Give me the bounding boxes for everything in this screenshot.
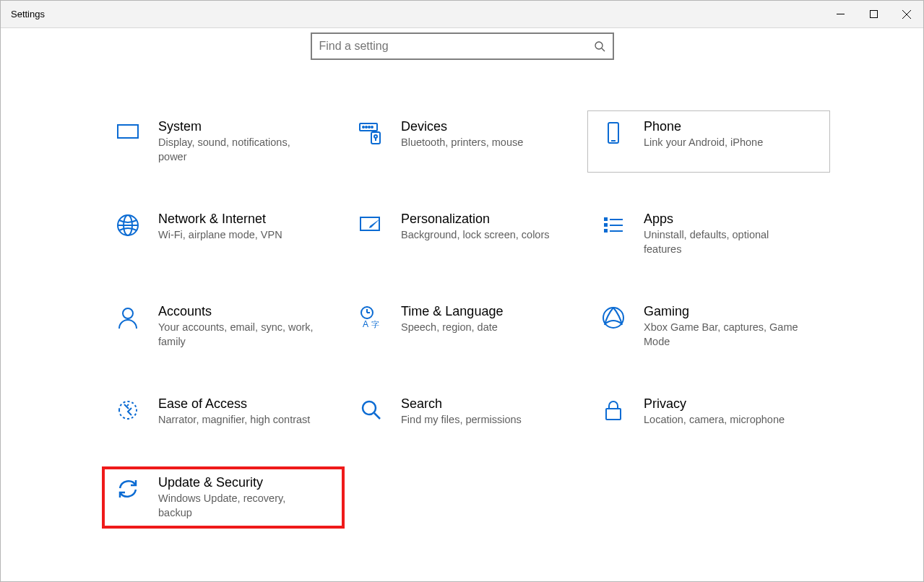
svg-point-28	[123, 308, 133, 318]
tile-title: Privacy	[644, 396, 785, 412]
tile-sub: Windows Update, recovery, backup	[158, 492, 317, 520]
tile-personalization[interactable]: Personalization Background, lock screen,…	[345, 203, 587, 265]
svg-rect-21	[360, 217, 379, 230]
svg-text:A: A	[363, 319, 368, 329]
svg-point-11	[368, 126, 370, 128]
tile-update-security[interactable]: Update & Security Windows Update, recove…	[102, 466, 345, 529]
tile-sub: Uninstall, defaults, optional features	[644, 228, 803, 256]
window-title: Settings	[11, 9, 45, 19]
svg-line-36	[374, 413, 380, 419]
tile-gaming[interactable]: Gaming Xbox Game Bar, captures, Game Mod…	[587, 295, 830, 357]
search-input[interactable]	[319, 40, 594, 53]
svg-rect-37	[606, 409, 621, 420]
close-button[interactable]	[890, 1, 923, 27]
tile-title: Search	[401, 396, 522, 412]
privacy-icon	[597, 396, 629, 425]
search-category-icon	[355, 396, 387, 425]
svg-rect-22	[604, 217, 608, 221]
tile-devices[interactable]: Devices Bluetooth, printers, mouse	[345, 110, 587, 173]
tile-sub: Display, sound, notifications, power	[158, 136, 317, 164]
content-area: System Display, sound, notifications, po…	[1, 28, 923, 529]
tile-sub: Location, camera, microphone	[644, 413, 785, 427]
tile-title: Gaming	[644, 304, 803, 319]
network-icon	[112, 212, 144, 240]
svg-point-4	[595, 42, 603, 49]
minimize-button[interactable]	[824, 1, 857, 27]
tile-sub: Narrator, magnifier, high contrast	[158, 413, 310, 427]
tile-privacy[interactable]: Privacy Location, camera, microphone	[587, 388, 830, 436]
svg-rect-25	[610, 225, 623, 226]
svg-point-9	[363, 126, 364, 128]
tile-title: Phone	[644, 119, 763, 134]
svg-rect-1	[870, 11, 877, 18]
apps-icon	[597, 212, 629, 240]
svg-rect-24	[604, 223, 608, 227]
svg-rect-23	[610, 219, 623, 220]
phone-icon	[597, 119, 629, 148]
personalization-icon	[355, 212, 387, 240]
tile-sub: Wi-Fi, airplane mode, VPN	[158, 228, 282, 243]
time-language-icon: A 字	[355, 304, 387, 333]
titlebar: Settings	[1, 1, 923, 28]
svg-point-10	[366, 126, 367, 128]
svg-line-5	[602, 48, 605, 51]
tile-phone[interactable]: Phone Link your Android, iPhone	[587, 110, 830, 173]
svg-rect-27	[610, 230, 623, 232]
svg-rect-26	[604, 229, 608, 233]
tile-apps[interactable]: Apps Uninstall, defaults, optional featu…	[587, 203, 830, 265]
tile-sub: Link your Android, iPhone	[644, 136, 763, 150]
svg-rect-6	[118, 125, 138, 138]
tile-title: Ease of Access	[158, 396, 310, 412]
tile-network[interactable]: Network & Internet Wi-Fi, airplane mode,…	[102, 203, 345, 265]
tile-title: System	[158, 119, 317, 134]
tile-sub: Background, lock screen, colors	[401, 228, 550, 243]
tile-sub: Xbox Game Bar, captures, Game Mode	[644, 321, 803, 349]
tile-search[interactable]: Search Find my files, permissions	[345, 388, 587, 436]
search-box[interactable]	[311, 32, 614, 60]
tile-ease-of-access[interactable]: Ease of Access Narrator, magnifier, high…	[102, 388, 345, 436]
tile-title: Personalization	[401, 212, 550, 227]
svg-point-34	[603, 308, 623, 328]
window-controls	[824, 1, 923, 27]
settings-grid: System Display, sound, notifications, po…	[102, 110, 923, 529]
svg-text:字: 字	[371, 320, 379, 329]
tile-accounts[interactable]: Accounts Your accounts, email, sync, wor…	[102, 295, 345, 357]
accounts-icon	[112, 304, 144, 333]
tile-sub: Your accounts, email, sync, work, family	[158, 321, 317, 349]
tile-time-language[interactable]: A 字 Time & Language Speech, region, date	[345, 295, 587, 357]
ease-of-access-icon	[112, 396, 144, 425]
tile-title: Apps	[644, 212, 803, 227]
update-security-icon	[112, 475, 144, 504]
svg-rect-16	[608, 123, 618, 143]
tile-title: Update & Security	[158, 475, 317, 490]
tile-title: Network & Internet	[158, 212, 282, 227]
svg-point-12	[371, 126, 373, 128]
tile-system[interactable]: System Display, sound, notifications, po…	[102, 110, 345, 173]
tile-title: Accounts	[158, 304, 317, 319]
maximize-button[interactable]	[857, 1, 890, 27]
tile-sub: Find my files, permissions	[401, 413, 522, 427]
svg-point-35	[363, 401, 376, 414]
tile-title: Time & Language	[401, 304, 503, 319]
gaming-icon	[597, 304, 629, 333]
tile-sub: Bluetooth, printers, mouse	[401, 136, 523, 150]
devices-icon	[355, 119, 387, 148]
tile-title: Devices	[401, 119, 523, 134]
search-icon	[594, 40, 605, 52]
tile-sub: Speech, region, date	[401, 321, 503, 335]
system-icon	[112, 119, 144, 148]
